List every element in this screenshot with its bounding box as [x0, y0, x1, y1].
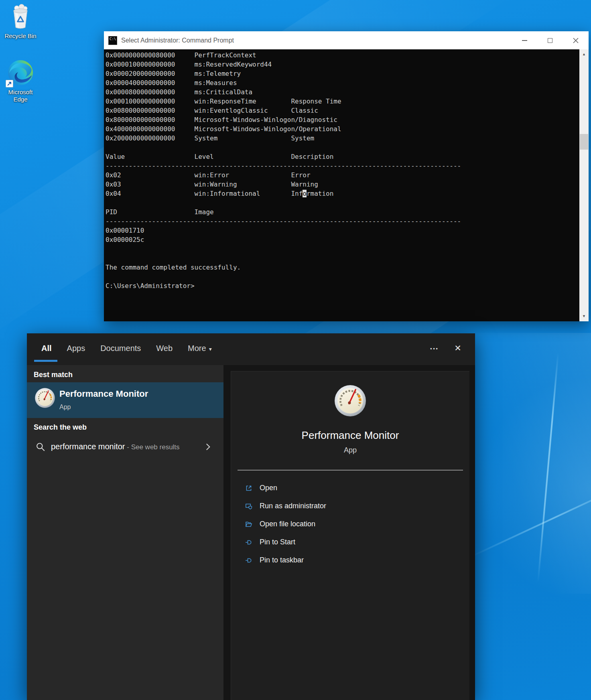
- minimize-button[interactable]: [512, 31, 537, 49]
- chevron-down-icon: ▾: [209, 346, 212, 352]
- action-open-file-location[interactable]: Open file location: [231, 515, 469, 533]
- performance-monitor-icon: [35, 388, 55, 408]
- maximize-icon: [548, 38, 552, 43]
- action-label: Pin to Start: [260, 538, 295, 546]
- terminal-title: Select Administrator: Command Prompt: [121, 37, 234, 44]
- web-suggestion-text: performance monitor - See web results: [51, 442, 180, 451]
- cmd-icon: [108, 36, 117, 45]
- more-options-button[interactable]: •••: [429, 343, 441, 355]
- app-preview-panel: Performance Monitor App Open Run as: [231, 371, 469, 700]
- run-as-admin-icon: [245, 502, 253, 510]
- recycle-bin-label: Recycle Bin: [3, 32, 38, 40]
- best-match-result[interactable]: Performance Monitor App: [27, 382, 223, 418]
- search-results-column: Best match Performance Monitor App Searc…: [27, 365, 223, 700]
- open-file-location-icon: [245, 520, 253, 528]
- command-prompt-window: Select Administrator: Command Prompt 0x0…: [104, 31, 589, 321]
- action-label: Open file location: [260, 520, 315, 528]
- microsoft-edge-label: Microsoft Edge: [5, 89, 36, 103]
- see-web-results-label: - See web results: [125, 443, 180, 451]
- open-icon: [245, 484, 253, 492]
- wallpaper-window-edge: [537, 353, 559, 582]
- preview-app-subtitle: App: [231, 446, 469, 454]
- best-match-subtitle: App: [59, 404, 71, 411]
- shortcut-arrow-icon: [6, 80, 13, 87]
- search-close-button[interactable]: ✕: [451, 341, 465, 355]
- search-preview-column: Performance Monitor App Open Run as: [223, 365, 475, 700]
- scrollbar-up-icon[interactable]: ▲: [579, 49, 589, 59]
- chevron-right-icon[interactable]: [203, 442, 213, 452]
- console-text: 0x0000000000080000 PerfTrackContext 0x00…: [104, 49, 589, 290]
- preview-app-title: Performance Monitor: [231, 429, 469, 441]
- tab-all[interactable]: All: [41, 344, 52, 353]
- action-run-as-administrator[interactable]: Run as administrator: [231, 497, 469, 515]
- preview-divider: [238, 470, 463, 471]
- desktop-icon-microsoft-edge[interactable]: Microsoft Edge: [3, 59, 38, 103]
- search-web-section-label: Search the web: [27, 423, 223, 432]
- wallpaper-window-edge: [469, 477, 591, 558]
- action-label: Open: [260, 484, 277, 492]
- wallpaper-window-shape: [471, 333, 591, 594]
- wallpaper-glow: [461, 361, 591, 618]
- action-pin-to-start[interactable]: Pin to Start: [231, 533, 469, 551]
- scrollbar-down-icon[interactable]: ▼: [579, 311, 589, 321]
- pin-icon: [245, 556, 253, 564]
- app-actions-list: Open Run as administrator Open file loca…: [231, 479, 469, 569]
- best-match-title: Performance Monitor: [59, 389, 148, 399]
- minimize-icon: [522, 40, 527, 41]
- action-open[interactable]: Open: [231, 479, 469, 497]
- action-pin-to-taskbar[interactable]: Pin to taskbar: [231, 551, 469, 569]
- terminal-titlebar[interactable]: Select Administrator: Command Prompt: [104, 31, 589, 49]
- close-button[interactable]: [563, 31, 589, 49]
- search-tabs-row: All Apps Documents Web More▾ ••• ✕: [27, 333, 475, 365]
- tab-documents[interactable]: Documents: [100, 344, 141, 353]
- search-icon: [35, 442, 46, 452]
- action-label: Run as administrator: [260, 502, 326, 510]
- web-search-suggestion[interactable]: performance monitor - See web results: [27, 435, 223, 460]
- tab-more[interactable]: More▾: [188, 344, 212, 353]
- terminal-scrollbar[interactable]: ▲ ▼: [579, 49, 589, 321]
- maximize-button[interactable]: [537, 31, 563, 49]
- terminal-body[interactable]: 0x0000000000080000 PerfTrackContext 0x00…: [104, 49, 589, 321]
- desktop-icon-recycle-bin[interactable]: Recycle Bin: [3, 3, 38, 40]
- pin-icon: [245, 538, 253, 546]
- selected-tab-underline: [34, 360, 57, 362]
- close-icon: [573, 38, 579, 43]
- windows-search-panel: All Apps Documents Web More▾ ••• ✕ Best …: [27, 333, 475, 700]
- action-label: Pin to taskbar: [260, 556, 304, 564]
- recycle-bin-icon: [7, 3, 34, 31]
- best-match-section-label: Best match: [27, 365, 223, 379]
- tab-apps[interactable]: Apps: [67, 344, 85, 353]
- scrollbar-thumb[interactable]: [580, 134, 588, 150]
- tab-web[interactable]: Web: [156, 344, 173, 353]
- performance-monitor-icon-large: [334, 384, 367, 417]
